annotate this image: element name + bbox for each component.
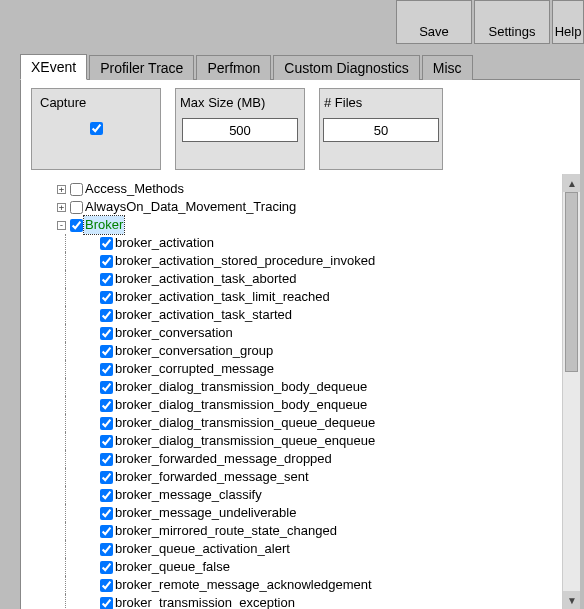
tree-node-child[interactable]: broker_conversation_group xyxy=(31,342,562,360)
tab-custom-diagnostics[interactable]: Custom Diagnostics xyxy=(273,55,420,80)
tree-connector xyxy=(65,288,74,306)
tab-content: Capture Max Size (MB) # Files + Access_M… xyxy=(20,80,580,609)
tree-label[interactable]: broker_activation_task_started xyxy=(114,306,293,324)
files-label: # Files xyxy=(320,95,362,110)
tree-node-child[interactable]: broker_activation_task_limit_reached xyxy=(31,288,562,306)
tree-node-child[interactable]: broker_dialog_transmission_queue_dequeue xyxy=(31,414,562,432)
tree-node-child[interactable]: broker_dialog_transmission_body_enqueue xyxy=(31,396,562,414)
tree-node-alwayson[interactable]: + AlwaysOn_Data_Movement_Tracing xyxy=(31,198,562,216)
tree-node-access-methods[interactable]: + Access_Methods xyxy=(31,180,562,198)
tree-connector xyxy=(65,522,74,540)
tree-checkbox[interactable] xyxy=(100,273,113,286)
tree-label[interactable]: broker_activation_task_limit_reached xyxy=(114,288,331,306)
tab-perfmon[interactable]: Perfmon xyxy=(196,55,271,80)
tree-label[interactable]: broker_queue_activation_alert xyxy=(114,540,291,558)
tree-checkbox[interactable] xyxy=(100,381,113,394)
tree-node-child[interactable]: broker_remote_message_acknowledgement xyxy=(31,576,562,594)
tab-profiler-trace[interactable]: Profiler Trace xyxy=(89,55,194,80)
help-button[interactable]: Help xyxy=(552,0,584,44)
tree-checkbox[interactable] xyxy=(100,543,113,556)
tree-checkbox[interactable] xyxy=(100,417,113,430)
tree-checkbox[interactable] xyxy=(100,561,113,574)
tree-checkbox[interactable] xyxy=(100,579,113,592)
tree-label[interactable]: broker_conversation_group xyxy=(114,342,274,360)
tree-label[interactable]: broker_activation xyxy=(114,234,215,252)
tree-node-child[interactable]: broker_mirrored_route_state_changed xyxy=(31,522,562,540)
tree-label[interactable]: broker_dialog_transmission_queue_enqueue xyxy=(114,432,376,450)
scroll-up-button[interactable]: ▲ xyxy=(563,174,580,192)
settings-button[interactable]: Settings xyxy=(474,0,550,44)
expand-icon[interactable]: + xyxy=(57,203,66,212)
scrollbar-track[interactable] xyxy=(563,192,580,591)
tree-checkbox[interactable] xyxy=(100,309,113,322)
tree-checkbox[interactable] xyxy=(100,399,113,412)
tree-node-child[interactable]: broker_forwarded_message_sent xyxy=(31,468,562,486)
tree-label[interactable]: broker_mirrored_route_state_changed xyxy=(114,522,338,540)
files-input[interactable] xyxy=(323,118,439,142)
tree-checkbox[interactable] xyxy=(100,507,113,520)
tree-checkbox[interactable] xyxy=(70,183,83,196)
tree-node-child[interactable]: broker_activation_task_started xyxy=(31,306,562,324)
tree-label[interactable]: broker_transmission_exception xyxy=(114,594,296,609)
tree-node-child[interactable]: broker_message_classify xyxy=(31,486,562,504)
tree-node-child[interactable]: broker_activation_stored_procedure_invok… xyxy=(31,252,562,270)
tree-node-child[interactable]: broker_queue_false xyxy=(31,558,562,576)
tree-node-broker[interactable]: - Broker xyxy=(31,216,562,234)
tree-checkbox[interactable] xyxy=(100,237,113,250)
tree-checkbox[interactable] xyxy=(100,291,113,304)
tree-label[interactable]: broker_dialog_transmission_body_dequeue xyxy=(114,378,368,396)
tree-label[interactable]: broker_activation_task_aborted xyxy=(114,270,297,288)
tree-checkbox[interactable] xyxy=(100,363,113,376)
tree-view[interactable]: + Access_Methods + AlwaysOn_Data_Movemen… xyxy=(31,180,562,609)
tree-checkbox[interactable] xyxy=(100,255,113,268)
tree-label[interactable]: broker_dialog_transmission_body_enqueue xyxy=(114,396,368,414)
tree-node-child[interactable]: broker_activation xyxy=(31,234,562,252)
tree-checkbox[interactable] xyxy=(70,219,83,232)
scroll-down-button[interactable]: ▼ xyxy=(563,591,580,609)
tree-checkbox[interactable] xyxy=(100,435,113,448)
save-button[interactable]: Save xyxy=(396,0,472,44)
tree-node-child[interactable]: broker_activation_task_aborted xyxy=(31,270,562,288)
tree-label[interactable]: broker_conversation xyxy=(114,324,234,342)
tree-checkbox[interactable] xyxy=(70,201,83,214)
tree-label[interactable]: AlwaysOn_Data_Movement_Tracing xyxy=(84,198,297,216)
tree-checkbox[interactable] xyxy=(100,327,113,340)
tree-node-child[interactable]: broker_dialog_transmission_queue_enqueue xyxy=(31,432,562,450)
tab-xevent[interactable]: XEvent xyxy=(20,54,87,80)
tree-checkbox[interactable] xyxy=(100,597,113,610)
tree-label[interactable]: broker_activation_stored_procedure_invok… xyxy=(114,252,376,270)
tree-label[interactable]: broker_dialog_transmission_queue_dequeue xyxy=(114,414,376,432)
tab-misc[interactable]: Misc xyxy=(422,55,473,80)
tree-checkbox[interactable] xyxy=(100,489,113,502)
tree-connector xyxy=(65,558,74,576)
scrollbar-thumb[interactable] xyxy=(565,192,578,372)
tree-label[interactable]: Access_Methods xyxy=(84,180,185,198)
tree-checkbox[interactable] xyxy=(100,453,113,466)
tree-label[interactable]: broker_message_undeliverable xyxy=(114,504,297,522)
expand-icon[interactable]: + xyxy=(57,185,66,194)
tree-label[interactable]: broker_forwarded_message_dropped xyxy=(114,450,333,468)
max-size-input[interactable] xyxy=(182,118,298,142)
tree-node-child[interactable]: broker_conversation xyxy=(31,324,562,342)
capture-group: Capture xyxy=(31,88,161,170)
tree-label[interactable]: broker_corrupted_message xyxy=(114,360,275,378)
scrollbar-vertical[interactable]: ▲ ▼ xyxy=(562,174,580,609)
max-size-label: Max Size (MB) xyxy=(176,95,265,110)
tree-label[interactable]: broker_forwarded_message_sent xyxy=(114,468,310,486)
tree-checkbox[interactable] xyxy=(100,345,113,358)
tree-node-child[interactable]: broker_dialog_transmission_body_dequeue xyxy=(31,378,562,396)
tree-checkbox[interactable] xyxy=(100,525,113,538)
tree-label[interactable]: broker_queue_false xyxy=(114,558,231,576)
tree-connector xyxy=(65,360,74,378)
tree-checkbox[interactable] xyxy=(100,471,113,484)
capture-checkbox[interactable] xyxy=(90,122,103,135)
collapse-icon[interactable]: - xyxy=(57,221,66,230)
tree-node-child[interactable]: broker_transmission_exception xyxy=(31,594,562,609)
tree-node-child[interactable]: broker_corrupted_message xyxy=(31,360,562,378)
tree-label[interactable]: broker_remote_message_acknowledgement xyxy=(114,576,373,594)
tree-node-child[interactable]: broker_forwarded_message_dropped xyxy=(31,450,562,468)
tree-node-child[interactable]: broker_queue_activation_alert xyxy=(31,540,562,558)
tree-label[interactable]: broker_message_classify xyxy=(114,486,263,504)
tree-node-child[interactable]: broker_message_undeliverable xyxy=(31,504,562,522)
tree-label[interactable]: Broker xyxy=(84,216,124,234)
